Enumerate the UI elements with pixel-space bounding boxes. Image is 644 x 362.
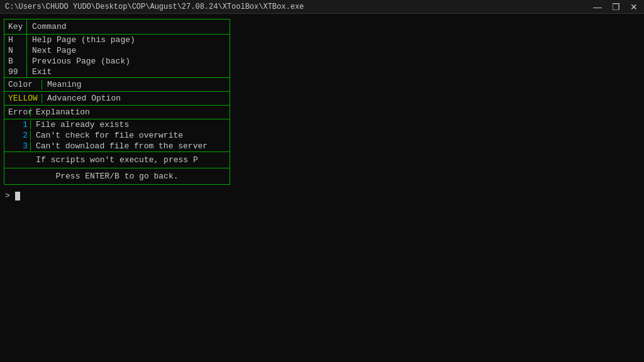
error-num-3: 3 bbox=[8, 141, 31, 151]
key-row-b: B Previous Page (back) bbox=[4, 56, 230, 67]
restore-button[interactable]: ❐ bbox=[611, 2, 621, 12]
color-meaning-header: Color Meaning bbox=[4, 78, 230, 92]
key-h: H bbox=[4, 35, 27, 45]
back-message: Press ENTER/B to go back. bbox=[4, 168, 230, 184]
key-command-rows: H Help Page (this page) N Next Page B Pr… bbox=[4, 35, 230, 78]
error-row-3: 3 Can't download file from the server bbox=[4, 141, 230, 151]
key-row-h: H Help Page (this page) bbox=[4, 35, 230, 45]
explanation-header: Explanation bbox=[31, 107, 90, 117]
title-bar: C:\Users\CHUDO YUDO\Desktop\COP\August\2… bbox=[0, 0, 644, 14]
error-header: Error bbox=[8, 107, 31, 117]
key-99: 99 bbox=[4, 67, 27, 77]
terminal: Key Command H Help Page (this page) N Ne… bbox=[0, 14, 644, 362]
meaning-advanced: Advanced Option bbox=[42, 94, 121, 103]
key-b: B bbox=[4, 56, 27, 67]
error-explanation-header: Error Explanation bbox=[4, 106, 230, 119]
meaning-header: Meaning bbox=[42, 80, 82, 89]
error-num-1: 1 bbox=[8, 120, 31, 129]
key-header: Key bbox=[4, 19, 27, 34]
title-bar-text: C:\Users\CHUDO YUDO\Desktop\COP\August\2… bbox=[5, 3, 304, 11]
color-yellow: YELLOW bbox=[8, 94, 42, 103]
command-h: Help Page (this page) bbox=[27, 35, 230, 45]
error-desc-3: Can't download file from the server bbox=[31, 141, 208, 151]
title-bar-controls: — ❐ ✕ bbox=[592, 2, 639, 12]
info-box: Key Command H Help Page (this page) N Ne… bbox=[4, 19, 230, 185]
error-rows: 1 File already exists 2 Can't check for … bbox=[4, 119, 230, 152]
minimize-button[interactable]: — bbox=[592, 2, 603, 12]
error-num-2: 2 bbox=[8, 131, 31, 140]
prompt-symbol: > bbox=[5, 191, 15, 200]
command-b: Previous Page (back) bbox=[27, 56, 230, 67]
command-99: Exit bbox=[27, 67, 230, 77]
error-row-2: 2 Can't check for file overwrite bbox=[4, 130, 230, 141]
command-header: Command bbox=[27, 19, 230, 34]
error-row-1: 1 File already exists bbox=[4, 119, 230, 130]
error-desc-2: Can't check for file overwrite bbox=[31, 131, 183, 140]
cursor bbox=[15, 192, 20, 200]
color-header: Color bbox=[8, 80, 42, 89]
key-row-99: 99 Exit bbox=[4, 67, 230, 77]
key-n: N bbox=[4, 45, 27, 56]
key-row-n: N Next Page bbox=[4, 45, 230, 56]
close-button[interactable]: ✕ bbox=[629, 2, 639, 12]
prompt-line: > bbox=[4, 191, 640, 200]
error-desc-1: File already exists bbox=[31, 120, 129, 129]
scripts-message: If scripts won't execute, press P bbox=[4, 152, 230, 168]
color-meaning-row-yellow: YELLOW Advanced Option bbox=[4, 92, 230, 106]
key-command-header: Key Command bbox=[4, 19, 230, 35]
command-n: Next Page bbox=[27, 45, 230, 56]
